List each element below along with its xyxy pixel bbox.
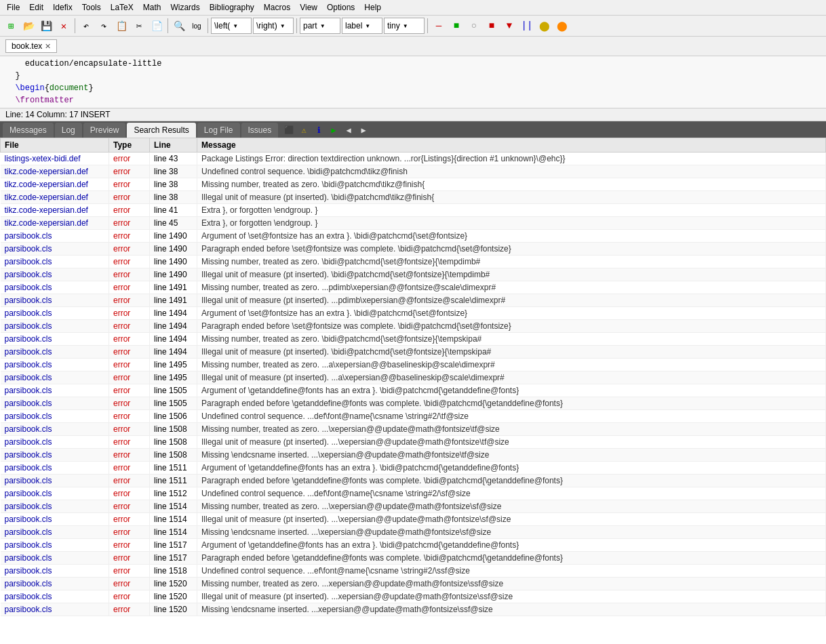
cell-message: Undefined control sequence. ...def\font@…: [197, 487, 826, 500]
table-row[interactable]: tikz.code-xepersian.deferrorline 41Extra…: [1, 204, 826, 217]
table-row[interactable]: parsibook.clserrorline 1505Argument of \…: [1, 384, 826, 397]
col-header-file[interactable]: File: [1, 138, 109, 153]
table-row[interactable]: parsibook.clserrorline 1508Illegal unit …: [1, 436, 826, 449]
table-row[interactable]: tikz.code-xepersian.deferrorline 38Illeg…: [1, 191, 826, 204]
menu-options[interactable]: Options: [323, 1, 359, 14]
file-tab[interactable]: book.tex ✕: [5, 39, 57, 53]
table-row[interactable]: parsibook.clserrorline 1494Argument of \…: [1, 307, 826, 320]
table-row[interactable]: parsibook.clserrorline 1506Undefined con…: [1, 410, 826, 423]
copy-button[interactable]: 📋: [113, 18, 130, 34]
menu-latex[interactable]: LaTeX: [106, 1, 138, 14]
table-row[interactable]: parsibook.clserrorline 1505Paragraph end…: [1, 397, 826, 410]
white-circle-btn[interactable]: ○: [466, 18, 482, 34]
menu-macros[interactable]: Macros: [260, 1, 294, 14]
cell-file: parsibook.cls: [1, 578, 109, 590]
forward-icon[interactable]: ▶: [357, 123, 370, 137]
table-row[interactable]: parsibook.clserrorline 1495Illegal unit …: [1, 371, 826, 384]
error-table-container[interactable]: File Type Line Message listings-xetex-bi…: [0, 138, 826, 644]
table-row[interactable]: parsibook.clserrorline 1490Illegal unit …: [1, 268, 826, 281]
back-icon[interactable]: ◀: [342, 123, 355, 137]
menu-view[interactable]: View: [296, 1, 321, 14]
cut-button[interactable]: ✂: [131, 18, 147, 34]
menu-wizards[interactable]: Wizards: [166, 1, 203, 14]
find-button[interactable]: 🔍: [171, 18, 187, 34]
open-button[interactable]: 📂: [20, 18, 37, 34]
part-dropdown[interactable]: part: [300, 18, 340, 34]
tab-search-results[interactable]: Search Results: [127, 123, 195, 138]
cell-type: error: [109, 243, 150, 256]
table-row[interactable]: parsibook.clserrorline 1517Paragraph end…: [1, 552, 826, 565]
down-arrow-btn[interactable]: ▼: [501, 18, 517, 34]
table-row[interactable]: parsibook.clserrorline 1514Illegal unit …: [1, 513, 826, 526]
editor-area[interactable]: education/encapsulate-little } \begin{do…: [0, 56, 826, 108]
color-btn-1[interactable]: —: [431, 18, 447, 34]
table-row[interactable]: parsibook.clserrorline 1520Missing \endc…: [1, 603, 826, 616]
table-row[interactable]: tikz.code-xepersian.deferrorline 45Extra…: [1, 217, 826, 230]
green-square-btn[interactable]: ■: [448, 18, 465, 34]
table-row[interactable]: listings-xetex-bidi.deferrorline 43Packa…: [1, 153, 826, 165]
menu-bibliography[interactable]: Bibliography: [205, 1, 258, 14]
cell-file: parsibook.cls: [1, 513, 109, 526]
table-row[interactable]: tikz.code-xepersian.deferrorline 38Undef…: [1, 165, 826, 178]
font-size-dropdown[interactable]: tiny: [384, 18, 425, 34]
menu-tools[interactable]: Tools: [78, 1, 105, 14]
cell-line: line 1517: [150, 539, 197, 552]
save-button[interactable]: 💾: [38, 18, 54, 34]
col-header-message[interactable]: Message: [197, 138, 826, 153]
tab-messages[interactable]: Messages: [3, 123, 54, 138]
table-row[interactable]: parsibook.clserrorline 1494Paragraph end…: [1, 320, 826, 333]
tab-log-file[interactable]: Log File: [197, 123, 240, 138]
menu-math[interactable]: Math: [139, 1, 165, 14]
table-row[interactable]: parsibook.clserrorline 1495Missing numbe…: [1, 359, 826, 371]
tab-preview[interactable]: Preview: [83, 123, 126, 138]
redo-button[interactable]: ↷: [96, 18, 112, 34]
menu-file[interactable]: File: [3, 1, 24, 14]
table-row[interactable]: parsibook.clserrorline 1514Missing \endc…: [1, 526, 826, 539]
tab-log[interactable]: Log: [55, 123, 82, 138]
table-row[interactable]: parsibook.clserrorline 1494Illegal unit …: [1, 346, 826, 359]
table-row[interactable]: parsibook.clserrorline 1494Missing numbe…: [1, 333, 826, 346]
col-header-line[interactable]: Line: [150, 138, 197, 153]
table-row[interactable]: parsibook.clserrorline 1491Missing numbe…: [1, 281, 826, 294]
table-row[interactable]: parsibook.clserrorline 1517Argument of \…: [1, 539, 826, 552]
new-button[interactable]: ⊞: [3, 18, 19, 34]
cell-type: error: [109, 268, 150, 281]
table-row[interactable]: parsibook.clserrorline 1490Missing numbe…: [1, 256, 826, 268]
table-row[interactable]: parsibook.clserrorline 1511Argument of \…: [1, 462, 826, 475]
table-row[interactable]: parsibook.clserrorline 1508Missing numbe…: [1, 423, 826, 436]
menu-help[interactable]: Help: [360, 1, 385, 14]
label-dropdown[interactable]: label: [342, 18, 382, 34]
menu-edit[interactable]: Edit: [25, 1, 47, 14]
table-row[interactable]: parsibook.clserrorline 1490Paragraph end…: [1, 243, 826, 256]
table-row[interactable]: parsibook.clserrorline 1514Missing numbe…: [1, 500, 826, 513]
yellow-btn[interactable]: ⬤: [536, 18, 553, 34]
tab-issues[interactable]: Issues: [241, 123, 279, 138]
table-body: listings-xetex-bidi.deferrorline 43Packa…: [1, 153, 826, 616]
run-icon[interactable]: ▶: [327, 123, 340, 137]
cell-line: line 1520: [150, 590, 197, 603]
left-bracket-dropdown[interactable]: \left(: [211, 18, 252, 34]
menu-idefix[interactable]: Idefix: [49, 1, 77, 14]
right-bracket-dropdown[interactable]: \right): [253, 18, 294, 34]
paste-button[interactable]: 📄: [149, 18, 165, 34]
table-row[interactable]: parsibook.clserrorline 1520Illegal unit …: [1, 590, 826, 603]
undo-button[interactable]: ↶: [78, 18, 94, 34]
col-header-type[interactable]: Type: [109, 138, 150, 153]
table-row[interactable]: parsibook.clserrorline 1518Undefined con…: [1, 565, 826, 578]
log-button[interactable]: log: [189, 18, 205, 34]
file-tab-close[interactable]: ✕: [45, 42, 51, 51]
close-button[interactable]: ✕: [56, 18, 72, 34]
table-row[interactable]: parsibook.clserrorline 1491Illegal unit …: [1, 294, 826, 307]
table-row[interactable]: tikz.code-xepersian.deferrorline 38Missi…: [1, 178, 826, 191]
info-icon[interactable]: ℹ: [312, 123, 326, 137]
table-row[interactable]: parsibook.clserrorline 1511Paragraph end…: [1, 475, 826, 487]
stop-icon[interactable]: ⬛: [282, 123, 296, 137]
warning-icon[interactable]: ⚠: [297, 123, 311, 137]
table-row[interactable]: parsibook.clserrorline 1520Missing numbe…: [1, 578, 826, 590]
table-row[interactable]: parsibook.clserrorline 1490Argument of \…: [1, 230, 826, 243]
orange-btn[interactable]: ⬤: [554, 18, 570, 34]
red-color-btn[interactable]: ■: [484, 18, 500, 34]
table-row[interactable]: parsibook.clserrorline 1512Undefined con…: [1, 487, 826, 500]
table-row[interactable]: parsibook.clserrorline 1508Missing \endc…: [1, 449, 826, 462]
blue-btn[interactable]: ||: [519, 18, 535, 34]
